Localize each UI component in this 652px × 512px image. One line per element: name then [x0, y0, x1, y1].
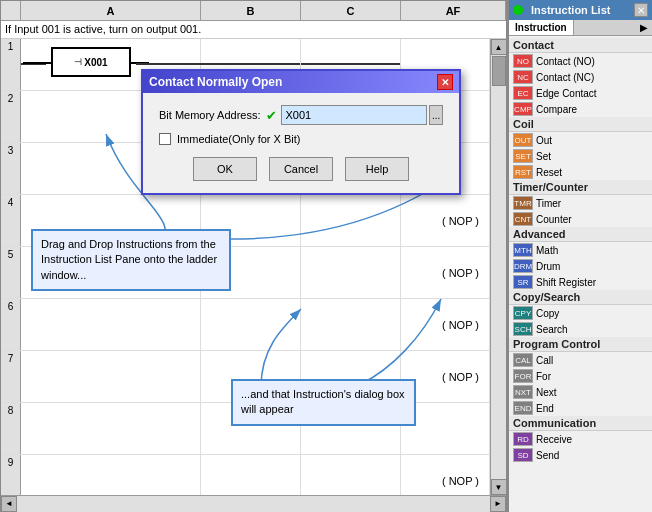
col-header-a: A — [21, 1, 201, 20]
tooltip-drag-drop-text: Drag and Drop Instructions from the Inst… — [41, 238, 217, 281]
cell-b-6 — [201, 299, 301, 350]
tooltip-dialog-text: ...and that Instruction's dialog box wil… — [241, 388, 405, 415]
cell-c-4 — [301, 195, 401, 246]
instruction-list: Contact NO Contact (NO) NC Contact (NC) … — [509, 36, 652, 512]
list-item[interactable]: DRM Drum — [509, 258, 652, 274]
drum-icon: DRM — [513, 259, 533, 273]
checkbox-label: Immediate(Only for X Bit) — [177, 133, 300, 145]
category-copy-search: Copy/Search — [509, 290, 652, 305]
list-item[interactable]: TMR Timer — [509, 195, 652, 211]
contact-nc-icon: NC — [513, 70, 533, 84]
list-item[interactable]: OUT Out — [509, 132, 652, 148]
list-item[interactable]: RST Reset — [509, 164, 652, 180]
contact-no-icon: NO — [513, 54, 533, 68]
contact-icon: ⊣ — [74, 57, 82, 67]
nop-label: ( NOP ) — [442, 267, 479, 279]
list-item[interactable]: SD Send — [509, 447, 652, 463]
scroll-right-button[interactable]: ► — [490, 496, 506, 512]
dialog-close-button[interactable]: ✕ — [437, 74, 453, 90]
row-number: 7 — [1, 351, 21, 402]
help-button[interactable]: Help — [345, 157, 409, 181]
row-number: 6 — [1, 299, 21, 350]
dialog-buttons: OK Cancel Help — [159, 157, 443, 181]
list-item[interactable]: NO Contact (NO) — [509, 53, 652, 69]
table-row: 9 ( NOP ) — [1, 455, 490, 495]
send-label: Send — [536, 450, 559, 461]
dialog-overlay: Contact Normally Open ✕ Bit Memory Addre… — [141, 69, 461, 195]
cell-c-6 — [301, 299, 401, 350]
category-coil: Coil — [509, 117, 652, 132]
list-item[interactable]: FOR For — [509, 368, 652, 384]
list-item[interactable]: SR Shift Register — [509, 274, 652, 290]
list-item[interactable]: EC Edge Contact — [509, 85, 652, 101]
list-item[interactable]: NXT Next — [509, 384, 652, 400]
counter-icon: CNT — [513, 212, 533, 226]
edge-contact-icon: EC — [513, 86, 533, 100]
counter-label: Counter — [536, 214, 572, 225]
list-item[interactable]: CPY Copy — [509, 305, 652, 321]
grid-area: 1 ⊣ X001 — [1, 39, 506, 495]
col-header-af: AF — [401, 1, 506, 20]
tab-arrow[interactable]: ▶ — [636, 20, 652, 35]
list-item[interactable]: END End — [509, 400, 652, 416]
grid-rows: 1 ⊣ X001 — [1, 39, 490, 495]
column-headers: A B C AF — [1, 1, 506, 21]
list-item[interactable]: CMP Compare — [509, 101, 652, 117]
col-header-c: C — [301, 1, 401, 20]
category-contact: Contact — [509, 38, 652, 53]
contact-dialog: Contact Normally Open ✕ Bit Memory Addre… — [141, 69, 461, 195]
scroll-down-button[interactable]: ▼ — [491, 479, 507, 495]
rail-b — [201, 63, 300, 65]
nop-label: ( NOP ) — [442, 215, 479, 227]
call-label: Call — [536, 355, 553, 366]
for-label: For — [536, 371, 551, 382]
tab-instruction[interactable]: Instruction — [509, 20, 574, 35]
panel-title-content: Instruction List — [513, 4, 610, 16]
immediate-checkbox[interactable] — [159, 133, 171, 145]
tooltip-drag-drop: Drag and Drop Instructions from the Inst… — [31, 229, 231, 291]
compare-icon: CMP — [513, 102, 533, 116]
row-num-header — [1, 1, 21, 20]
panel-close-button[interactable]: ✕ — [634, 3, 648, 17]
search-label: Search — [536, 324, 568, 335]
ok-button[interactable]: OK — [193, 157, 257, 181]
panel-title-bar: Instruction List ✕ — [509, 0, 652, 20]
timer-label: Timer — [536, 198, 561, 209]
nop-label: ( NOP ) — [442, 319, 479, 331]
cell-af-9: ( NOP ) — [401, 455, 490, 495]
math-label: Math — [536, 245, 558, 256]
next-icon: NXT — [513, 385, 533, 399]
list-item[interactable]: MTH Math — [509, 242, 652, 258]
vertical-scrollbar: ▲ ▼ — [490, 39, 506, 495]
shift-register-label: Shift Register — [536, 277, 596, 288]
scroll-left-button[interactable]: ◄ — [1, 496, 17, 512]
end-icon: END — [513, 401, 533, 415]
list-item[interactable]: SET Set — [509, 148, 652, 164]
cell-a-7 — [21, 351, 201, 402]
panel-tab-bar: Instruction ▶ — [509, 20, 652, 36]
list-item[interactable]: CNT Counter — [509, 211, 652, 227]
category-program-control: Program Control — [509, 337, 652, 352]
drum-label: Drum — [536, 261, 560, 272]
browse-button[interactable]: ... — [429, 105, 443, 125]
h-scroll-track — [17, 496, 490, 512]
list-item[interactable]: CAL Call — [509, 352, 652, 368]
list-item[interactable]: NC Contact (NC) — [509, 69, 652, 85]
address-input[interactable] — [281, 105, 427, 125]
checkbox-row: Immediate(Only for X Bit) — [159, 133, 443, 145]
list-item[interactable]: RD Receive — [509, 431, 652, 447]
scroll-thumb[interactable] — [492, 56, 506, 86]
status-indicator — [513, 5, 523, 15]
scroll-up-button[interactable]: ▲ — [491, 39, 507, 55]
cell-c-9 — [301, 455, 401, 495]
col-header-b: B — [201, 1, 301, 20]
call-icon: CAL — [513, 353, 533, 367]
contact-label: X001 — [84, 57, 107, 68]
check-icon: ✔ — [266, 108, 277, 123]
cell-a-9 — [21, 455, 201, 495]
list-item[interactable]: SCH Search — [509, 321, 652, 337]
address-label: Bit Memory Address: — [159, 109, 260, 121]
row-number: 9 — [1, 455, 21, 495]
cancel-button[interactable]: Cancel — [269, 157, 333, 181]
next-label: Next — [536, 387, 557, 398]
